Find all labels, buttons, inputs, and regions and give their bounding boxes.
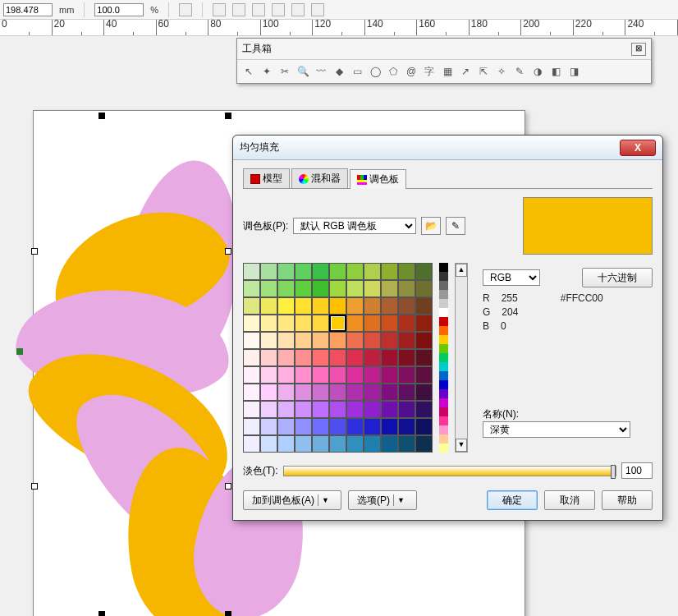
swatch[interactable] [260, 401, 277, 418]
swatch[interactable] [346, 418, 364, 435]
cancel-button[interactable]: 取消 [544, 490, 595, 510]
swatch[interactable] [364, 349, 381, 366]
table-tool-icon[interactable]: ▦ [439, 63, 456, 80]
open-palette-button[interactable]: 📂 [421, 217, 441, 235]
swatch[interactable] [312, 332, 329, 349]
swatch[interactable] [346, 280, 364, 297]
swatch[interactable] [260, 435, 277, 453]
color-mode-select[interactable]: RGB [483, 269, 540, 286]
swatch[interactable] [381, 332, 398, 349]
swatch[interactable] [329, 280, 346, 297]
swatch[interactable] [381, 297, 398, 315]
swatch[interactable] [329, 332, 346, 349]
effects-tool-icon[interactable]: ✧ [493, 63, 510, 80]
swatch[interactable] [329, 435, 346, 453]
swatch[interactable] [243, 384, 260, 401]
mini-swatch[interactable] [439, 425, 448, 434]
swatch[interactable] [415, 263, 433, 280]
swatch[interactable] [415, 418, 433, 435]
swatch[interactable] [364, 418, 381, 435]
dialog-close-button[interactable]: X [620, 140, 656, 156]
swatch[interactable] [277, 384, 295, 401]
swatch[interactable] [312, 384, 329, 401]
swatch[interactable] [312, 366, 329, 384]
swatch[interactable] [295, 384, 312, 401]
swatch[interactable] [398, 315, 415, 332]
mini-swatch[interactable] [439, 290, 448, 299]
swatch[interactable] [277, 315, 295, 332]
help-button[interactable]: 帮助 [602, 490, 653, 510]
swatch[interactable] [398, 384, 415, 401]
mini-swatch[interactable] [439, 407, 448, 416]
outline-tool-icon[interactable]: ◑ [529, 63, 546, 80]
swatch[interactable] [260, 384, 277, 401]
swatch[interactable] [329, 263, 346, 280]
swatch[interactable] [243, 349, 260, 366]
connector-tool-icon[interactable]: ⇱ [475, 63, 492, 80]
swatch[interactable] [295, 418, 312, 435]
swatch[interactable] [260, 366, 277, 384]
swatch[interactable] [243, 280, 260, 297]
toolbar-icon[interactable] [179, 3, 192, 16]
shape-tool-icon[interactable]: ✦ [259, 63, 275, 80]
swatch[interactable] [243, 418, 260, 435]
palette-select[interactable]: 默认 RGB 调色板 [293, 218, 416, 234]
swatch[interactable] [398, 280, 415, 297]
position-input[interactable] [3, 3, 53, 16]
swatch[interactable] [260, 315, 277, 332]
toolbar-icon[interactable] [291, 3, 305, 16]
swatch[interactable] [243, 366, 260, 384]
mini-swatch[interactable] [439, 308, 448, 317]
swatch[interactable] [381, 418, 398, 435]
mini-swatch[interactable] [439, 326, 448, 335]
swatch[interactable] [277, 332, 295, 349]
scroll-down-icon[interactable]: ▼ [456, 439, 467, 452]
toolbar-icon[interactable] [272, 3, 285, 16]
freehand-tool-icon[interactable]: 〰 [313, 63, 329, 80]
tab-palette[interactable]: 调色板 [350, 169, 406, 189]
swatch[interactable] [381, 349, 398, 366]
swatch[interactable] [381, 435, 398, 453]
swatch[interactable] [243, 332, 260, 349]
spiral-tool-icon[interactable]: @ [403, 63, 419, 80]
swatch[interactable] [415, 297, 433, 315]
swatch[interactable] [381, 280, 398, 297]
swatch[interactable] [277, 297, 295, 315]
swatch[interactable] [381, 315, 398, 332]
tint-slider[interactable] [283, 466, 616, 476]
swatch[interactable] [329, 384, 346, 401]
pick-tool-icon[interactable]: ↖ [241, 63, 257, 80]
swatch[interactable] [312, 280, 329, 297]
swatch[interactable] [329, 297, 346, 315]
swatch[interactable] [381, 366, 398, 384]
tab-model[interactable]: 模型 [243, 168, 290, 188]
swatch[interactable] [295, 297, 312, 315]
swatch[interactable] [295, 332, 312, 349]
swatch[interactable] [364, 366, 381, 384]
palette-scrollbar[interactable]: ▲ ▼ [455, 263, 468, 453]
swatch[interactable] [398, 349, 415, 366]
toolbox-close-icon[interactable]: ⊠ [631, 43, 646, 56]
swatch[interactable] [398, 263, 415, 280]
swatch[interactable] [415, 435, 433, 453]
swatch[interactable] [346, 332, 364, 349]
smart-fill-icon[interactable]: ◆ [331, 63, 347, 80]
color-name-select[interactable]: 深黄 [483, 421, 630, 438]
swatch[interactable] [295, 349, 312, 366]
swatch[interactable] [364, 315, 381, 332]
swatch[interactable] [260, 418, 277, 435]
scroll-up-icon[interactable]: ▲ [456, 264, 467, 277]
mini-swatch[interactable] [439, 416, 448, 425]
swatch[interactable] [364, 297, 381, 315]
mini-swatch[interactable] [439, 299, 448, 308]
swatch[interactable] [295, 366, 312, 384]
swatch[interactable] [295, 435, 312, 453]
ok-button[interactable]: 确定 [487, 490, 538, 510]
swatch[interactable] [295, 280, 312, 297]
swatch[interactable] [312, 263, 329, 280]
swatch[interactable] [277, 401, 295, 418]
swatch[interactable] [295, 315, 312, 332]
text-tool-icon[interactable]: 字 [421, 63, 437, 80]
swatch[interactable] [381, 384, 398, 401]
swatch[interactable] [346, 349, 364, 366]
